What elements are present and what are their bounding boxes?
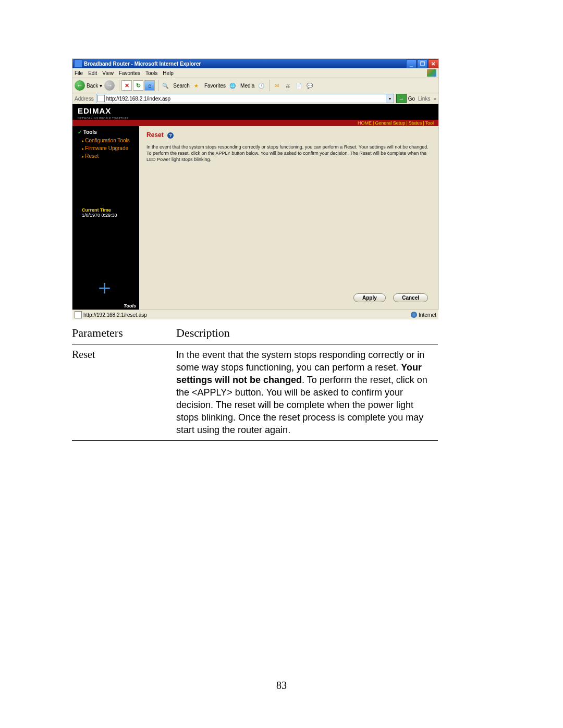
back-icon: ← [75,80,85,91]
address-value: http://192.168.2.1/index.asp [106,96,170,102]
forward-button[interactable]: → [104,80,115,91]
content-body: In the event that the system stops respo… [146,144,431,163]
back-button[interactable]: ← Back ▾ [75,80,102,91]
content-area: Reset ? In the event that the system sto… [139,126,438,310]
window-titlebar: Broadband Router - Microsoft Internet Ex… [72,59,438,68]
forward-icon: → [104,80,115,91]
menu-tools[interactable]: Tools [145,70,157,76]
apply-button[interactable]: Apply [353,293,386,302]
media-button[interactable]: 🌐 Media [228,81,254,90]
logo-row: EDIMAX [72,104,438,118]
top-nav: HOME| General Setup| Status| Tool [72,120,438,126]
help-icon[interactable]: ? [167,132,174,139]
edit-button[interactable]: 📄 [294,81,303,90]
logo-text: EDIMAX [78,106,111,115]
table-header-parameters: Parameters [72,326,176,340]
nav-home[interactable]: HOME [358,120,372,126]
status-zone: Internet [419,312,436,318]
address-label: Address [75,96,94,102]
mail-button[interactable]: ✉ [272,81,282,90]
router-page: EDIMAX NETWORKING PEOPLE TOGETHER HOME| … [72,104,438,310]
page-icon [97,95,105,102]
nav-tool[interactable]: Tool [425,120,434,126]
page-number: 83 [0,680,563,692]
search-icon: 🔍 [161,81,170,90]
nav-status[interactable]: Status [409,120,422,126]
discuss-button[interactable]: 💬 [305,81,314,90]
menu-file[interactable]: File [75,70,83,76]
search-button[interactable]: 🔍 Search [161,81,190,90]
sidebar-item-configuration-tools[interactable]: Configuration Tools [72,137,139,145]
go-label: Go [408,96,415,102]
home-button[interactable]: ⌂ [144,80,155,91]
menu-bar: File Edit View Favorites Tools Help [72,68,438,78]
media-icon: 🌐 [228,81,237,90]
current-time-label: Current Time [72,207,139,213]
windows-flag-icon [427,69,436,77]
menu-help[interactable]: Help [163,70,174,76]
toolbar: ← Back ▾ → ✕ ↻ ⌂ 🔍 Search ★ Favorites 🌐 [72,78,438,93]
sidebar: Tools Configuration Tools Firmware Upgra… [72,126,139,310]
table-row-param: Reset [72,349,176,436]
menu-favorites[interactable]: Favorites [119,70,140,76]
menu-edit[interactable]: Edit [88,70,97,76]
sidebar-item-reset[interactable]: Reset [72,153,139,161]
tools-bottom-label: Tools [124,303,139,310]
address-bar: Address http://192.168.2.1/index.asp ▾ →… [72,93,438,104]
favorites-button[interactable]: ★ Favorites [192,81,226,90]
status-url: http://192.168.2.1/reset.asp [83,312,147,318]
menu-view[interactable]: View [102,70,114,76]
browser-screenshot: Broadband Router - Microsoft Internet Ex… [72,58,439,310]
address-input[interactable]: http://192.168.2.1/index.asp [96,94,386,103]
internet-zone-icon [411,312,417,318]
star-icon: ★ [192,81,201,90]
current-time-value: 1/0/1970 0:29:30 [72,213,139,218]
toolbar-separator [119,80,119,91]
cancel-button[interactable]: Cancel [393,293,428,302]
table-row-description: In the event that the system stops respo… [176,349,438,436]
close-button[interactable]: ✕ [428,59,438,68]
status-bar: http://192.168.2.1/reset.asp Internet [72,310,438,319]
ie-icon [74,59,82,68]
toolbar-separator [158,80,158,91]
parameters-table: Parameters Description Reset In the even… [72,322,438,441]
minimize-button[interactable]: _ [406,59,417,68]
toolbar-separator [270,80,270,91]
links-label[interactable]: Links [418,96,430,102]
stop-button[interactable]: ✕ [121,80,132,91]
address-dropdown[interactable]: ▾ [386,94,394,103]
content-heading: Reset ? [146,131,431,139]
print-button[interactable]: 🖨 [283,81,292,90]
sidebar-item-firmware-upgrade[interactable]: Firmware Upgrade [72,145,139,153]
nav-general-setup[interactable]: General Setup [375,120,405,126]
maximize-button[interactable]: ❐ [417,59,427,68]
go-button[interactable]: → [396,94,407,103]
sidebar-title: Tools [72,129,139,135]
table-header-description: Description [176,326,230,340]
tools-icon: ✕ [91,278,121,308]
window-title: Broadband Router - Microsoft Internet Ex… [84,61,406,67]
page-icon [75,311,82,318]
refresh-button[interactable]: ↻ [133,80,143,91]
history-button[interactable]: 🕓 [256,81,266,90]
